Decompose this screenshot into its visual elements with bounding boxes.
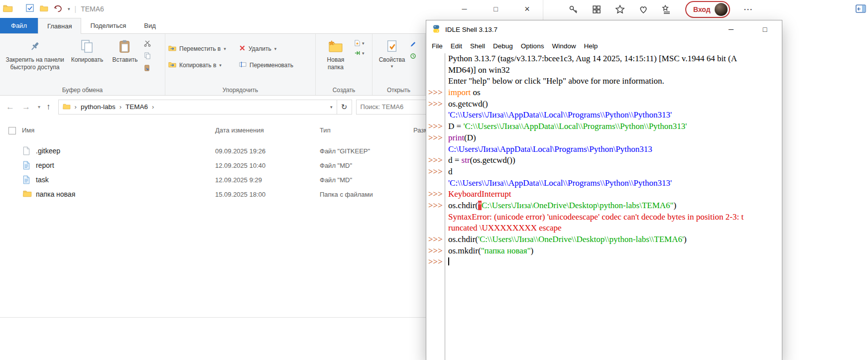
shell-line: >>>KeyboardInterrupt [426, 189, 782, 200]
tab-home[interactable]: Главная [38, 18, 81, 34]
title-separator: | [75, 5, 77, 13]
pin-to-quick-access-button[interactable]: Закрепить на панели быстрого доступа [3, 36, 67, 73]
forward-icon[interactable]: → [22, 102, 30, 112]
shell-prompt: >>> [426, 189, 445, 200]
shell-line: runcated \UXXXXXXXX escape [426, 223, 782, 234]
shell-line: SyntaxError: (unicode error) 'unicodeesc… [426, 212, 782, 223]
new-folder-button[interactable]: Новая папка [319, 36, 353, 73]
tab-file[interactable]: Файл [0, 18, 38, 33]
crumb-chevron-icon[interactable]: › [120, 103, 122, 111]
clipboard-mini-buttons [144, 40, 151, 74]
shell-prompt [426, 144, 445, 155]
select-all-checkbox[interactable] [8, 127, 16, 134]
copy-button[interactable]: Копировать [67, 36, 108, 65]
shell-prompt [426, 223, 445, 234]
refresh-button[interactable]: ↻ [337, 100, 352, 115]
signin-button[interactable]: Вход [685, 1, 730, 18]
back-icon[interactable]: ← [6, 102, 14, 112]
idle-minimize-button[interactable]: ─ [721, 20, 741, 39]
new-item-button[interactable]: ▾ [354, 40, 365, 46]
search-input[interactable]: Поиск: ТЕМА6 [356, 100, 431, 115]
file-type: Файл "MD" [320, 176, 352, 184]
apps-grid-icon[interactable] [592, 4, 602, 14]
move-to-caret-icon: ▾ [224, 46, 226, 51]
shell-prompt: >>> [426, 166, 445, 178]
pin-icon [29, 38, 41, 55]
paste-button[interactable]: Вставить [108, 36, 142, 65]
file-type: Файл "MD" [320, 162, 352, 169]
copy-to-button[interactable]: Копировать в ▾ [168, 61, 239, 69]
file-name: report [36, 161, 54, 169]
shell-prompt: >>> [426, 155, 445, 166]
up-icon[interactable]: ↑ [46, 102, 51, 112]
more-options-icon[interactable]: ⋯ [744, 3, 753, 15]
undo-icon[interactable] [54, 4, 62, 14]
copy-to-icon [168, 61, 176, 69]
move-to-button[interactable]: Переместить в ▾ [168, 45, 239, 53]
maximize-button[interactable]: □ [480, 0, 511, 18]
crumb-tema6[interactable]: ТЕМА6 [125, 103, 148, 111]
explorer-titlebar: ▾ | ТЕМА6 ─ □ × [0, 0, 543, 18]
shell-line: MD64)] on win32 [426, 65, 782, 76]
sidebar-toggle-icon[interactable] [856, 4, 867, 16]
shell-prompt: >>> [426, 132, 445, 144]
file-date: 15.09.2025 18:00 [215, 191, 265, 198]
new-folder-label: Новая папка [320, 56, 351, 71]
file-icon [23, 161, 30, 171]
column-header-type[interactable]: Тип [320, 126, 331, 134]
delete-button[interactable]: Удалить ▾ [239, 45, 314, 53]
browser-essentials-icon[interactable] [638, 4, 648, 14]
shell-prompt: >>> [426, 200, 445, 212]
menu-help[interactable]: Help [580, 42, 602, 50]
column-header-date[interactable]: Дата изменения [215, 126, 264, 134]
shell-line: C:\Users\Лиза\AppData\Local\Programs\Pyt… [426, 144, 782, 155]
edit-icon[interactable] [410, 40, 416, 49]
close-button[interactable]: × [511, 0, 543, 18]
copy-icon [80, 38, 95, 55]
menu-options[interactable]: Options [517, 42, 548, 50]
cut-icon[interactable] [144, 40, 151, 49]
new-folder-qat-icon[interactable] [40, 4, 48, 14]
properties-caret-icon: ▾ [391, 64, 393, 69]
menu-window[interactable]: Window [548, 42, 580, 50]
open-mini-buttons [410, 40, 416, 61]
column-header-name[interactable]: Имя [22, 126, 34, 134]
menu-shell[interactable]: Shell [466, 42, 489, 50]
location-folder-icon [63, 103, 71, 111]
menu-file[interactable]: File [428, 42, 447, 50]
menu-debug[interactable]: Debug [489, 42, 517, 50]
history-icon[interactable] [410, 52, 416, 61]
text-cursor [448, 257, 449, 265]
rename-button[interactable]: Переименовать [239, 61, 314, 69]
avatar[interactable] [715, 3, 728, 16]
paste-shortcut-icon[interactable] [144, 65, 151, 74]
properties-button[interactable]: Свойства ▾ [375, 36, 408, 71]
idle-app-icon [431, 24, 441, 36]
group-clipboard: Закрепить на панели быстрого доступа Коп… [0, 34, 165, 95]
group-new: Новая папка ▾ ▾ Создать [316, 34, 372, 95]
idle-menubar: File Edit Shell Debug Options Window Hel… [426, 39, 782, 53]
passwords-key-icon[interactable] [568, 4, 578, 14]
favorites-star-icon[interactable] [615, 4, 625, 14]
idle-maximize-button[interactable]: □ [755, 20, 775, 39]
easy-access-button[interactable]: ▾ [354, 50, 365, 56]
crumb-chevron-icon[interactable]: › [152, 103, 154, 111]
delete-caret-icon: ▾ [274, 46, 277, 51]
shell-text-area[interactable]: Python 3.13.7 (tags/v3.13.7:bcee1c3, Aug… [426, 53, 782, 360]
tab-view[interactable]: Вид [135, 18, 165, 33]
recent-locations-icon[interactable]: ▾ [38, 104, 40, 110]
breadcrumb[interactable]: › python-labs › ТЕМА6 › ▾ [58, 100, 337, 115]
screen: Вход ⋯ ▾ | ТЕ [0, 0, 868, 360]
properties-check-icon[interactable] [26, 4, 34, 14]
tab-share[interactable]: Поделиться [81, 18, 135, 33]
qat-chevron-icon[interactable]: ▾ [68, 6, 70, 11]
crumb-python-labs[interactable]: python-labs [81, 103, 116, 111]
copy-path-icon[interactable] [144, 52, 151, 61]
address-dropdown-icon[interactable]: ▾ [330, 105, 333, 110]
file-icon [23, 146, 30, 157]
collections-icon[interactable] [662, 4, 672, 14]
group-organize: Переместить в ▾ Копировать в ▾ [165, 34, 316, 95]
copy-to-label: Копировать в [179, 62, 216, 69]
menu-edit[interactable]: Edit [447, 42, 466, 50]
minimize-button[interactable]: ─ [449, 0, 480, 18]
